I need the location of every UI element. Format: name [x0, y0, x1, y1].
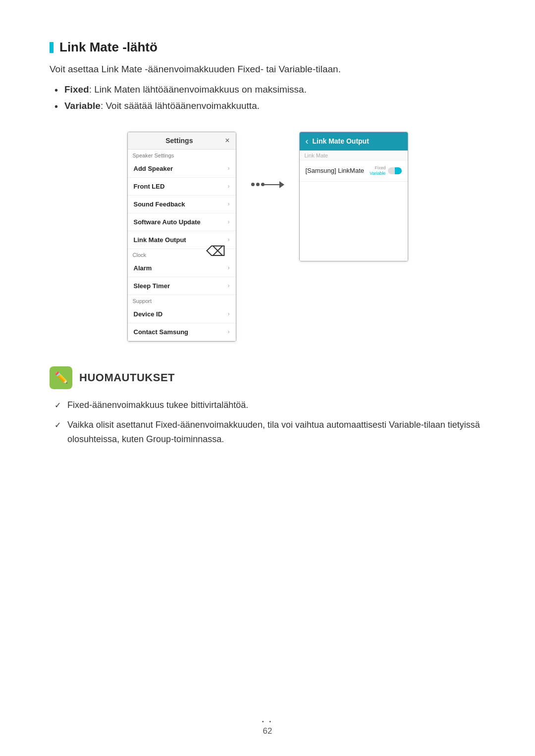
settings-header: Settings × [128, 132, 236, 150]
hand-cursor-icon: ⌫ [206, 243, 226, 259]
toggle-pill[interactable] [388, 167, 402, 174]
notes-list: Fixed-äänenvoimakkuus tukee bittivirtalä… [54, 398, 485, 447]
link-mate-output-chevron: › [228, 236, 230, 243]
arrow-dot-3 [261, 183, 265, 186]
device-id-chevron: › [228, 310, 230, 317]
arrow-line [265, 184, 279, 185]
menu-item-alarm[interactable]: Alarm › [128, 259, 236, 277]
arrow-head [279, 181, 284, 188]
sound-feedback-chevron: › [228, 201, 230, 207]
notes-section: ✏️ HUOMAUTUKSET Fixed-äänenvoimakkuus tu… [50, 366, 485, 447]
page-footer: • • 62 [0, 719, 535, 736]
notes-item-2: Vaikka olisit asettanut Fixed-äänenvoima… [54, 418, 485, 447]
menu-item-add-speaker[interactable]: Add Speaker › [128, 160, 236, 178]
bullet-fixed: Fixed: Link Maten lähtöäänenvoimakkuus o… [54, 82, 485, 98]
bullet-variable: Variable: Voit säätää lähtöäänenvoimakku… [54, 98, 485, 114]
link-mate-output-empty-space [300, 182, 408, 261]
arrow-dot-2 [256, 183, 260, 186]
software-auto-update-chevron: › [228, 218, 230, 225]
menu-item-front-led[interactable]: Front LED › [128, 178, 236, 196]
back-icon[interactable]: ‹ [306, 136, 309, 147]
settings-close-icon[interactable]: × [225, 136, 229, 145]
sleep-timer-label: Sleep Timer [134, 282, 170, 290]
bullet-fixed-text: : Link Maten lähtöäänenvoimakkuus on mak… [89, 84, 307, 95]
software-auto-update-label: Software Auto Update [134, 218, 201, 226]
link-mate-device-item[interactable]: [Samsung] LinkMate Fixed Variable [300, 160, 408, 182]
link-mate-sublabel: Link Mate [300, 151, 408, 160]
sound-feedback-label: Sound Feedback [134, 201, 185, 208]
notes-item-1: Fixed-äänenvoimakkuus tukee bittivirtalä… [54, 398, 485, 413]
section-heading: Link Mate -lähtö [50, 40, 485, 55]
toggle-variable-label: Variable [370, 171, 385, 176]
link-mate-output-title: Link Mate Output [313, 137, 369, 145]
section-intro: Voit asettaa Link Mate -äänenvoimakkuude… [50, 62, 485, 77]
settings-title: Settings [134, 137, 225, 145]
menu-item-software-auto-update[interactable]: Software Auto Update › [128, 213, 236, 231]
alarm-chevron: › [228, 264, 230, 271]
support-section-label: Support [128, 295, 236, 305]
notes-item-2-text: Vaikka olisit asettanut Fixed-äänenvoima… [67, 420, 480, 445]
front-led-chevron: › [228, 183, 230, 190]
arrow-connector [251, 181, 284, 188]
contact-samsung-label: Contact Samsung [134, 328, 189, 336]
contact-samsung-chevron: › [228, 328, 230, 335]
footer-dots: • • [0, 719, 535, 724]
menu-item-sound-feedback[interactable]: Sound Feedback › [128, 196, 236, 213]
notes-pencil-icon: ✏️ [54, 371, 68, 384]
notes-icon-badge: ✏️ [50, 366, 72, 389]
link-mate-device-name: [Samsung] LinkMate [306, 167, 365, 174]
front-led-label: Front LED [134, 183, 165, 190]
notes-item-1-text: Fixed-äänenvoimakkuus tukee bittivirtalä… [67, 400, 248, 410]
menu-item-contact-samsung[interactable]: Contact Samsung › [128, 323, 236, 341]
menu-item-device-id[interactable]: Device ID › [128, 305, 236, 323]
add-speaker-chevron: › [228, 165, 230, 172]
settings-phone-mockup: Settings × Speaker Settings Add Speaker … [127, 132, 236, 342]
toggle-fixed-label: Fixed [374, 165, 385, 171]
menu-item-sleep-timer[interactable]: Sleep Timer › [128, 277, 236, 295]
section-title: Link Mate -lähtö [59, 40, 158, 55]
screenshots-container: Settings × Speaker Settings Add Speaker … [50, 132, 485, 342]
arrow-dots [251, 183, 265, 186]
bullet-list: Fixed: Link Maten lähtöäänenvoimakkuus o… [54, 82, 485, 114]
link-mate-output-header: ‹ Link Mate Output [300, 132, 408, 151]
speaker-settings-label: Speaker Settings [128, 150, 236, 160]
link-mate-output-phone-mockup: ‹ Link Mate Output Link Mate [Samsung] L… [299, 132, 408, 261]
term-variable: Variable [64, 101, 101, 111]
toggle-labels: Fixed Variable [370, 165, 385, 176]
arrow-dot-1 [251, 183, 255, 186]
page-number: 62 [0, 726, 535, 736]
link-mate-output-label: Link Mate Output [134, 236, 186, 244]
settings-screen-wrapper: Settings × Speaker Settings Add Speaker … [127, 132, 236, 342]
bullet-variable-text: : Voit säätää lähtöäänenvoimakkuutta. [101, 101, 260, 111]
notes-title: HUOMAUTUKSET [79, 371, 175, 384]
menu-item-link-mate-output[interactable]: Link Mate Output › ⌫ [128, 231, 236, 249]
add-speaker-label: Add Speaker [134, 165, 173, 172]
toggle-indicator[interactable]: Fixed Variable [370, 165, 401, 176]
heading-accent-bar [50, 42, 54, 53]
notes-header: ✏️ HUOMAUTUKSET [50, 366, 485, 389]
device-id-label: Device ID [134, 310, 163, 318]
sleep-timer-chevron: › [228, 282, 230, 289]
alarm-label: Alarm [134, 264, 152, 272]
term-fixed: Fixed [64, 84, 89, 95]
